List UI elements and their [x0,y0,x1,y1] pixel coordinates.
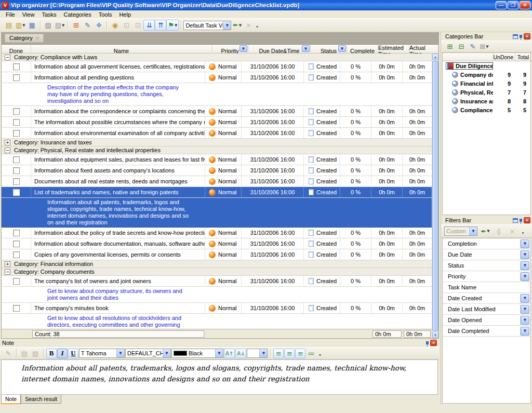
task-view-combo[interactable]: Default Task View▼ [183,21,231,30]
category-group-row[interactable]: +Category: Financial information [2,260,432,268]
chevron-down-icon[interactable]: ▼ [469,227,477,235]
chevron-down-icon[interactable]: ▼ [521,261,529,270]
chevron-down-icon[interactable]: ▼ [22,23,25,28]
chevron-down-icon[interactable]: ▼ [116,349,124,357]
done-checkbox[interactable] [13,230,20,236]
task-note-row[interactable]: Description of the potential effects tha… [2,83,432,106]
menu-tasks[interactable]: Tasks [38,11,60,18]
filter-row-date-created[interactable]: Date Created▼ [443,293,530,304]
expand-icon[interactable]: + [5,140,10,145]
menu-categories[interactable]: Categories [60,11,95,18]
done-checkbox[interactable] [13,74,20,81]
collapse-all-button[interactable]: ⇈ [155,20,166,31]
filter-row-date-opened[interactable]: Date Opened▼ [443,315,530,326]
clear-filter-button[interactable]: ◊ [493,226,504,237]
done-checkbox[interactable] [13,241,20,247]
print-button[interactable]: ▧ [43,20,54,31]
chevron-down-icon[interactable]: ▼ [521,305,529,314]
done-checkbox[interactable] [13,278,20,285]
chevron-down-icon[interactable]: ▼ [175,23,177,28]
filter-row-priority[interactable]: Priority▼ [443,271,530,282]
scroll-up-arrow[interactable]: ▲ [432,54,438,60]
align-left-button[interactable]: ≡ [273,349,284,358]
save-database-button[interactable]: ▦ [26,20,38,31]
task-row[interactable]: The company's minutes bookNormal31/10/20… [2,303,432,314]
task-row[interactable]: Information about all government license… [2,61,432,72]
filter-row-date-completed[interactable]: Date Completed▼ [443,326,530,337]
align-right-button[interactable]: ≡ [295,349,305,358]
category-group-row[interactable]: −Category: Compliance with Laws [2,54,432,61]
tab-search-result[interactable]: Search result [21,395,61,404]
task-row[interactable]: Information about fixed assets and compa… [2,165,432,176]
total-column-header[interactable]: Total [515,53,530,61]
expand-icon[interactable]: + [5,261,10,267]
task-row[interactable]: Documents about all real estate rents, d… [2,176,432,187]
new-database-button[interactable]: ▤ [3,20,15,31]
underline-button[interactable]: U [68,349,78,358]
minimize-button[interactable]: — [496,1,507,9]
edit-category-button[interactable]: ✎ [467,41,478,52]
note-editor[interactable]: Information about all patents, trademark… [1,359,438,395]
window-position-icon[interactable] [513,34,518,39]
category-tree-item[interactable]: Compliance with Laws55 [443,105,530,114]
task-note-row[interactable]: Get to know about all resolutions of sto… [2,314,432,329]
menu-file[interactable]: File [2,11,19,18]
tab-note[interactable]: Note [1,395,21,404]
group-by-category-button[interactable]: Category ▽ [5,34,44,43]
filter-row-date-last-modified[interactable]: Date Last Modified▼ [443,304,530,315]
grow-font-button[interactable]: A↑ [224,349,235,358]
new-task-button[interactable]: ⊞ [70,20,82,31]
expand-all-button[interactable]: ⇊ [143,20,155,31]
scroll-thumb[interactable] [432,61,438,331]
task-row[interactable]: The company's list of owners and joint o… [2,276,432,287]
filter-dropdown-icon[interactable]: ▼ [338,45,346,52]
filter-dropdown-icon[interactable]: ▼ [302,45,310,52]
filter-row-task-name[interactable]: Task Name [443,282,530,293]
task-note-row[interactable]: Information about all patents, trademark… [2,198,432,228]
done-checkbox[interactable] [13,156,20,163]
delete-category-button[interactable]: ⊠▼ [478,41,490,52]
open-database-button[interactable]: ▥▼ [15,20,26,31]
filter-row-status[interactable]: Status▼ [443,260,530,271]
close-icon[interactable]: × [430,340,437,346]
chevron-down-icon[interactable]: ▼ [521,272,529,281]
filter-row-completion[interactable]: Completion▼ [443,238,530,249]
task-row[interactable]: Information about all pending questionsN… [2,72,432,83]
chevron-down-icon[interactable]: ▼ [521,316,529,325]
close-icon[interactable]: × [524,217,530,223]
task-row[interactable]: Copies of any governmental licenses, per… [2,249,432,260]
toolbar-overflow-icon[interactable]: ▼ [521,231,525,235]
done-checkbox[interactable] [13,305,20,312]
italic-button[interactable]: I [57,349,68,358]
done-checkbox[interactable] [13,130,20,137]
menu-tools[interactable]: Tools [95,11,116,18]
done-checkbox[interactable] [13,189,20,196]
align-center-button[interactable]: ≡ [284,349,295,358]
chevron-down-icon[interactable]: ▼ [486,45,488,49]
charset-combo[interactable]: DEFAULT_CHAR▼ [125,349,171,358]
restore-button[interactable]: ❐ [508,1,518,9]
chevron-down-icon[interactable]: ▼ [215,349,223,357]
pin-icon[interactable] [520,35,522,38]
collapse-icon[interactable]: − [5,148,10,153]
done-checkbox[interactable] [13,167,20,174]
chevron-down-icon[interactable]: ▼ [521,239,529,248]
complete-task-button[interactable]: ❖ [93,20,104,31]
filter-dropdown-icon[interactable]: ▼ [240,45,247,52]
grid-vertical-scrollbar[interactable]: ▲ ▼ [432,54,438,338]
pin-icon[interactable] [426,341,429,344]
chevron-down-icon[interactable]: ▼ [521,294,529,303]
menu-help[interactable]: Help [115,11,135,18]
scroll-down-arrow[interactable]: ▼ [432,331,438,338]
category-tree-item[interactable]: Financial information99 [443,79,530,88]
apply-filter-button[interactable]: ✒▼ [480,226,491,237]
shrink-font-button[interactable]: A↓ [235,349,246,358]
chevron-down-icon[interactable]: ▼ [239,23,242,28]
chevron-down-icon[interactable]: ▼ [62,23,64,28]
task-row[interactable]: List of trademarks and names, native and… [2,187,432,198]
go-to-task-button[interactable]: ⚑▼ [166,20,179,31]
bold-button[interactable]: B [46,349,57,358]
done-checkbox[interactable] [13,119,20,126]
font-size-combo[interactable]: ▼ [247,349,268,358]
add-subcategory-button[interactable]: ⊟ [456,41,467,52]
